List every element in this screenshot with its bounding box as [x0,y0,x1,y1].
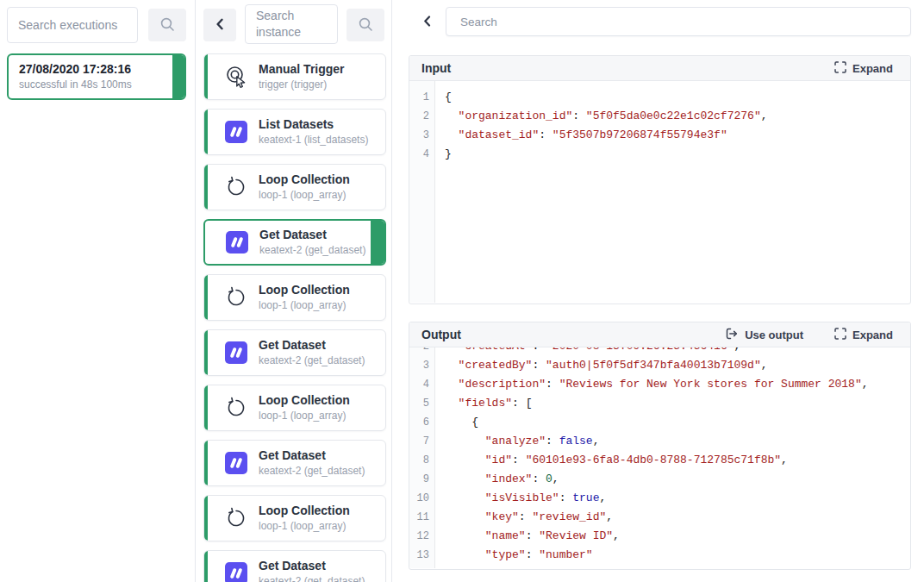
loop-icon [223,174,249,200]
step-title: Loop Collection [259,393,350,408]
instance-steps-panel: Search instance Manual Triggertrigger (t… [197,0,392,582]
step-title: Get Dataset [259,559,365,573]
execution-success-bar [172,55,184,98]
expand-icon [834,61,846,76]
keatext-icon [224,231,250,253]
search-icon [358,16,373,34]
output-expand-button[interactable]: Expand [829,327,898,343]
code-text: "description": "Reviews for New York sto… [435,375,869,394]
input-panel-title: Input [421,61,451,75]
code-text: "index": 0, [435,470,559,489]
workflow-step[interactable]: Loop Collectionloop-1 (loop_array) [203,385,386,431]
chevron-left-icon [423,16,431,29]
code-line: 1{ [409,88,910,107]
collapse-executions-button[interactable] [203,9,236,41]
code-line: 4 "description": "Reviews for New York s… [409,375,910,394]
step-title: Get Dataset [259,448,365,463]
line-number: 6 [409,413,435,432]
step-subtitle: loop-1 (loop_array) [259,189,350,202]
code-line: 4} [409,145,910,164]
step-status-stripe [204,165,208,210]
step-title: Manual Trigger [259,62,345,77]
keatext-icon [223,121,249,143]
step-subtitle: loop-1 (loop_array) [259,520,350,533]
step-selected-bar [371,221,384,264]
search-connector-input[interactable] [446,7,911,36]
workflow-step[interactable]: List Datasetskeatext-1 (list_datasets) [203,109,386,155]
search-instance-placeholder: Search instance [256,8,327,41]
workflow-step[interactable]: Manual Triggertrigger (trigger) [203,53,386,100]
input-panel: Input Expand 1{2 "organization_id": "5f0… [409,55,911,304]
workflow-step[interactable]: Get Datasetkeatext-2 (get_dataset) [203,329,386,376]
line-number: 8 [409,451,435,470]
collapse-steps-button[interactable] [417,13,436,32]
code-text: "key": "review_id", [435,508,613,527]
code-text: } [435,145,452,164]
code-line: 7 "analyze": false, [409,432,910,451]
loop-icon [223,395,249,421]
workflow-step[interactable]: Get Datasetkeatext-2 (get_dataset) [203,550,386,582]
code-text: { [435,88,452,107]
search-executions-input[interactable] [7,7,138,43]
line-number: 4 [409,375,435,394]
code-text: "type": "number" [435,546,593,565]
workflow-step[interactable]: Loop Collectionloop-1 (loop_array) [203,164,386,210]
step-detail-panel: Input Expand 1{2 "organization_id": "5f0… [393,0,924,582]
workflow-step[interactable]: Loop Collectionloop-1 (loop_array) [203,495,386,541]
line-number: 4 [409,145,435,164]
search-instance-button[interactable] [346,9,384,41]
step-title: Loop Collection [259,172,350,187]
use-output-icon [725,327,739,343]
code-text: "organization_id": "5f0f5da0e0c22e1c02cf… [435,107,768,126]
code-text: "fields": [ [435,394,532,413]
code-line: 6 { [409,413,910,432]
input-expand-button[interactable]: Expand [829,60,898,77]
execution-list-item[interactable]: 27/08/2020 17:28:16 successful in 48s 10… [7,53,186,100]
code-line: 2 "createdAt": "2020-08-13T09:26:25.4564… [409,347,910,356]
search-instance-input[interactable]: Search instance [245,4,338,44]
code-text: "id": "60101e93-6fa8-4db0-8788-712785c71… [435,451,788,470]
line-number: 1 [409,88,435,107]
code-line: 3 "createdBy": "auth0|5f0f5df347bfa40013… [409,356,910,375]
line-number: 11 [409,508,435,527]
workflow-step[interactable]: Get Datasetkeatext-2 (get_dataset) [203,440,386,486]
step-title: List Datasets [259,117,368,132]
input-panel-header: Input Expand [409,56,910,81]
code-text: "dataset_id": "5f3507b97206874f55794e3f" [435,126,727,145]
execution-timestamp: 27/08/2020 17:28:16 [19,62,184,77]
input-json-editor[interactable]: 1{2 "organization_id": "5f0f5da0e0c22e1c… [409,81,910,303]
step-status-stripe [204,275,208,320]
step-subtitle: keatext-2 (get_dataset) [259,575,365,582]
step-status-stripe [204,441,208,485]
use-output-button[interactable]: Use output [720,326,808,344]
line-number: 5 [409,394,435,413]
workflow-step[interactable]: Get Datasetkeatext-2 (get_dataset) [203,219,386,266]
step-subtitle: loop-1 (loop_array) [259,410,350,422]
line-number: 7 [409,432,435,451]
code-text: "analyze": false, [435,432,599,451]
output-json-viewer[interactable]: 2 "createdAt": "2020-08-13T09:26:25.4564… [409,347,910,568]
step-status-stripe [204,54,208,99]
code-line: 11 "key": "review_id", [409,508,910,527]
output-panel: Output Use output Expand [409,322,911,570]
step-subtitle: keatext-2 (get_dataset) [259,354,365,367]
search-executions-button[interactable] [148,9,186,41]
loop-icon [223,505,249,531]
step-subtitle: keatext-2 (get_dataset) [259,465,365,478]
loop-icon [223,285,249,310]
keatext-icon [223,452,249,474]
code-text: "createdAt": "2020-08-13T09:26:25.456416… [435,347,740,356]
code-line: 9 "index": 0, [409,470,910,489]
step-title: Get Dataset [259,338,365,353]
line-number: 13 [409,546,435,565]
line-number: 2 [409,347,435,356]
line-number: 10 [409,489,435,508]
step-title: Loop Collection [259,504,350,518]
workflow-step[interactable]: Loop Collectionloop-1 (loop_array) [203,274,386,321]
workflow-steps-list: Manual Triggertrigger (trigger)List Data… [203,53,386,582]
step-subtitle: keatext-2 (get_dataset) [259,244,365,257]
line-number: 9 [409,470,435,489]
code-text: "name": "Review ID", [435,527,620,546]
code-text: "createdBy": "auth0|5f0f5df347bfa40013b7… [435,356,768,375]
output-panel-header: Output Use output Expand [409,322,910,347]
